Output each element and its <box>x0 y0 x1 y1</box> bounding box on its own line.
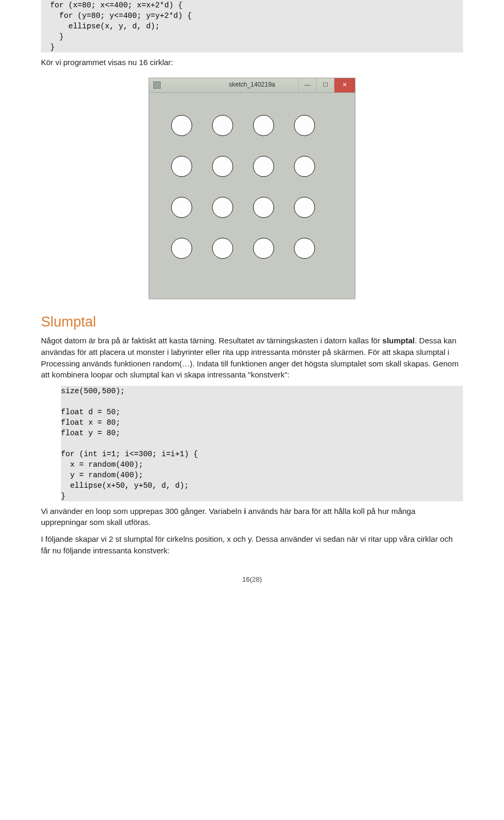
circle <box>171 238 192 259</box>
circle <box>171 197 192 218</box>
maximize-button[interactable]: ☐ <box>316 78 334 92</box>
circle <box>171 156 192 177</box>
window-app-icon <box>153 81 161 89</box>
minimize-button[interactable]: — <box>298 78 316 92</box>
sketch-canvas <box>149 93 355 299</box>
circle <box>212 197 233 218</box>
text: Vi använder en loop som upprepas 300 gån… <box>41 507 244 516</box>
paragraph-slumptal-1: Något datorn är bra på är faktiskt att k… <box>41 335 463 380</box>
circle <box>171 115 192 136</box>
circle <box>212 115 233 136</box>
circle <box>212 238 233 259</box>
circle <box>294 156 315 177</box>
sketch-window: sketch_140219a — ☐ ✕ <box>149 78 355 299</box>
circle <box>212 156 233 177</box>
paragraph-loop-explain: Vi använder en loop som upprepas 300 gån… <box>41 506 463 528</box>
circle <box>294 197 315 218</box>
section-heading-slumptal: Slumptal <box>41 312 463 332</box>
paragraph-random-pos: I följande skapar vi 2 st slumptal för c… <box>41 533 463 556</box>
code-block-top: for (x=80; x<=400; x=x+2*d) { for (y=80;… <box>41 0 463 52</box>
close-button[interactable]: ✕ <box>334 78 355 92</box>
circle <box>294 238 315 259</box>
page-number: 16(28) <box>41 575 463 585</box>
term-slumptal: slumptal <box>382 336 415 345</box>
circle <box>294 115 315 136</box>
sketch-window-wrap: sketch_140219a — ☐ ✕ <box>41 78 463 299</box>
circle <box>253 197 274 218</box>
window-buttons: — ☐ ✕ <box>298 78 355 92</box>
window-titlebar: sketch_140219a — ☐ ✕ <box>149 78 355 93</box>
circle <box>253 238 274 259</box>
circle <box>253 156 274 177</box>
code-block-mid: size(500,500); float d = 50; float x = 8… <box>61 386 463 501</box>
text: Något datorn är bra på är faktiskt att k… <box>41 336 382 345</box>
circle <box>253 115 274 136</box>
paragraph-intro: Kör vi programmet visas nu 16 cirklar: <box>41 57 463 68</box>
